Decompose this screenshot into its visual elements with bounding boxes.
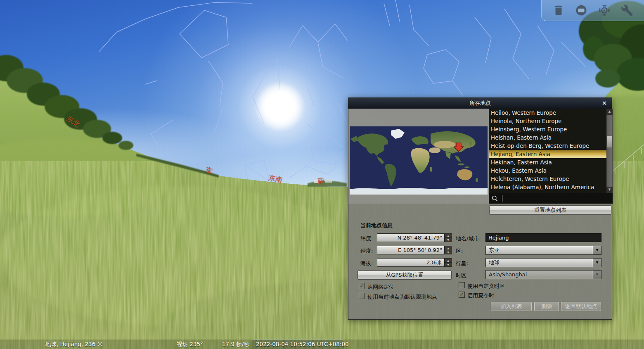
- longitude-spinbox[interactable]: E 105° 50' 0.92" ▲ ▼: [377, 246, 452, 254]
- top-toolbar: [541, 0, 644, 21]
- longitude-value[interactable]: E 105° 50' 0.92": [377, 246, 444, 254]
- location-list-item[interactable]: Helena (Alabama), Northern America: [489, 183, 606, 191]
- altitude-spinbox[interactable]: 236米 ▲ ▼: [377, 258, 452, 267]
- location-list-item[interactable]: Heinsberg, Western Europe: [489, 125, 606, 133]
- dialog-title: 所在地点: [469, 100, 491, 106]
- custom-timezone-checkbox[interactable]: [459, 282, 465, 288]
- world-map[interactable]: [350, 126, 488, 195]
- location-list: Heiloo, Western Europe Heinola, Northern…: [489, 109, 606, 193]
- planet-label: 行星:: [456, 260, 468, 267]
- timezone-label: 时区: [456, 272, 466, 279]
- city-input[interactable]: [485, 233, 601, 242]
- cardinal-label-south: 南: [317, 176, 325, 186]
- location-list-item[interactable]: Heist-op-den-Berg, Western Europe: [489, 142, 606, 150]
- dst-label: 启用夏令时: [467, 292, 494, 299]
- status-fps: 17.9 帧/秒: [222, 341, 249, 348]
- longitude-decrement-icon[interactable]: ▼: [445, 250, 452, 254]
- planet-value: 地球: [486, 259, 593, 267]
- chevron-down-icon: ▼: [593, 271, 601, 279]
- map-pane: [348, 109, 489, 204]
- status-datetime[interactable]: 2022-08-04 10:52:06 UTC+08:00: [256, 341, 349, 347]
- settings-wrench-icon[interactable]: [621, 4, 633, 17]
- scroll-down-icon[interactable]: ▼: [606, 187, 613, 193]
- status-fov: 视场 235°: [177, 341, 203, 348]
- timezone-value: Asia/Shanghai: [486, 271, 593, 279]
- region-dropdown[interactable]: 东亚 ▼: [485, 246, 601, 255]
- scrollbar-track[interactable]: [607, 115, 612, 187]
- planet-dropdown[interactable]: 地球 ▼: [485, 258, 601, 267]
- location-list-item[interactable]: Hekou, Eastern Asia: [489, 166, 606, 175]
- latitude-value[interactable]: N 28° 48' 41.79": [377, 234, 444, 242]
- location-list-item[interactable]: Helchteren, Western Europe: [489, 175, 606, 183]
- longitude-increment-icon[interactable]: ▲: [445, 246, 452, 250]
- altitude-label: 海拔:: [360, 260, 373, 267]
- gps-button[interactable]: 从GPS获取位置: [358, 271, 452, 280]
- location-list-item[interactable]: Heishan, Eastern Asia: [489, 133, 606, 142]
- scroll-up-icon[interactable]: ▲: [606, 109, 613, 115]
- dialog-titlebar[interactable]: 所在地点 ✕: [348, 98, 612, 109]
- stellarium-window: 东北 东 东南 南 日 所在地点 ✕: [0, 0, 644, 349]
- sun-label: 日: [289, 99, 293, 105]
- latitude-decrement-icon[interactable]: ▼: [445, 238, 452, 242]
- location-dialog: 所在地点 ✕: [348, 97, 612, 320]
- location-list-item[interactable]: Heinola, Northern Europe: [489, 117, 606, 125]
- chevron-down-icon[interactable]: ▼: [593, 246, 601, 254]
- network-locate-checkbox[interactable]: ✓: [359, 283, 365, 289]
- return-default-button[interactable]: 返回默认地点: [561, 302, 601, 311]
- latitude-label: 纬度:: [360, 235, 373, 242]
- latitude-increment-icon[interactable]: ▲: [445, 234, 452, 238]
- default-location-label: 使用当前地点为默认观测地点: [367, 293, 437, 301]
- status-bar: 地球, Hejiang, 236 米 视场 235° 17.9 帧/秒 2022…: [0, 340, 644, 349]
- location-list-item[interactable]: Hekinan, Eastern Asia: [489, 158, 606, 166]
- location-list-item[interactable]: Helena (Montana), Northern America: [489, 191, 606, 193]
- chevron-down-icon[interactable]: ▼: [593, 259, 601, 267]
- network-locate-label: 从网络定位: [367, 283, 394, 291]
- add-to-list-button[interactable]: 加入列表: [491, 302, 532, 311]
- altitude-decrement-icon[interactable]: ▼: [445, 263, 452, 266]
- region-label: 区:: [456, 247, 463, 255]
- search-icon: [491, 195, 498, 202]
- list-scrollbar: ▲ ▼: [606, 109, 613, 193]
- close-icon[interactable]: ✕: [600, 99, 608, 108]
- location-list-item-selected[interactable]: Hejiang, Eastern Asia: [489, 150, 606, 158]
- custom-timezone-label: 使用自定义时区: [467, 283, 505, 290]
- check-icon: ✓: [360, 283, 364, 289]
- landscape-toggle-icon[interactable]: [575, 4, 587, 17]
- dst-checkbox[interactable]: ✓: [459, 292, 465, 298]
- distant-shed: [325, 179, 332, 183]
- location-list-pane: Heiloo, Western Europe Heinola, Northern…: [489, 109, 613, 204]
- search-bar: [489, 193, 613, 204]
- longitude-label: 经度:: [360, 247, 373, 255]
- timezone-dropdown: Asia/Shanghai ▼: [485, 270, 601, 279]
- section-title: 当前地点信息: [360, 222, 393, 229]
- default-location-checkbox[interactable]: [359, 293, 365, 299]
- location-search-input[interactable]: [502, 194, 613, 203]
- center-target-icon[interactable]: [598, 4, 611, 17]
- city-label: 地名/城市:: [456, 235, 481, 242]
- location-list-item[interactable]: Heiloo, Western Europe: [489, 109, 606, 117]
- altitude-value[interactable]: 236米: [377, 259, 444, 266]
- scrollbar-thumb[interactable]: [607, 136, 612, 147]
- sun-core: [254, 81, 305, 132]
- latitude-spinbox[interactable]: N 28° 48' 41.79" ▲ ▼: [377, 233, 452, 242]
- check-icon: ✓: [459, 292, 464, 297]
- status-location[interactable]: 地球, Hejiang, 236 米: [45, 341, 103, 348]
- trash-icon[interactable]: [552, 4, 565, 17]
- delete-button[interactable]: 删除: [534, 302, 559, 311]
- reset-list-button[interactable]: 重置地点列表: [489, 205, 611, 215]
- region-value: 东亚: [486, 246, 593, 254]
- altitude-increment-icon[interactable]: ▲: [445, 259, 452, 263]
